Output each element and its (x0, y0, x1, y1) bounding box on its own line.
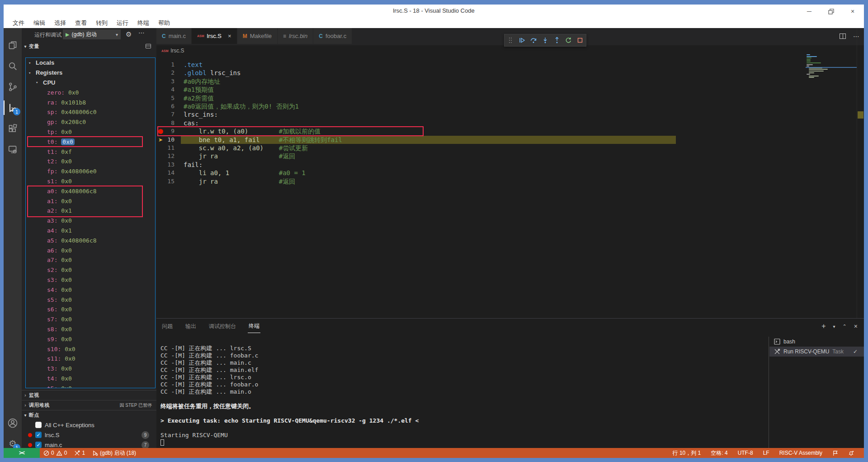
gutter-glyph[interactable] (157, 161, 164, 169)
remote-indicator[interactable]: >< (4, 448, 40, 458)
register-row-t3[interactable]: t3: 0x0 (26, 364, 155, 374)
breakpoint-row-main-c[interactable]: ✓main.c7 (22, 440, 156, 448)
overview-ruler[interactable] (857, 28, 864, 318)
variables-section-header[interactable]: ▾ 变量 (22, 41, 156, 52)
tree-node-cpu[interactable]: ▾CPU (26, 78, 155, 88)
menu-item-终端[interactable]: 终端 (133, 19, 154, 27)
breakpoint-row-lrsc-s[interactable]: ✓lrsc.S9 (22, 430, 156, 440)
register-row-s4[interactable]: s4: 0x0 (26, 285, 155, 295)
tab-lrsc-bin[interactable]: ≡lrsc.bin (278, 28, 313, 44)
menu-item-帮助[interactable]: 帮助 (154, 19, 175, 27)
maximize-panel-icon[interactable]: ⌃ (843, 324, 847, 329)
breadcrumb[interactable]: ASM lrsc.S (161, 46, 184, 55)
tree-node-locals[interactable]: ▾Locals (26, 58, 155, 68)
new-terminal-icon[interactable]: + (821, 322, 826, 330)
register-row-t5[interactable]: t5: 0x0 (26, 383, 155, 388)
gutter-glyph[interactable] (157, 86, 164, 94)
register-row-gp[interactable]: gp: 0x208c0 (26, 117, 155, 127)
gutter-glyph[interactable] (157, 169, 164, 177)
breakpoints-section-header[interactable]: ▾ 断点 (22, 410, 156, 420)
panel-tab-问题[interactable]: 问题 (161, 320, 174, 333)
gutter-glyph[interactable] (157, 69, 164, 77)
register-row-a0[interactable]: a0: 0x408006c8 (26, 186, 155, 196)
notifications-bell-icon[interactable] (844, 448, 858, 458)
menu-item-转到[interactable]: 转到 (91, 19, 112, 27)
eol-sequence[interactable]: LF (760, 448, 773, 458)
extensions-icon[interactable] (4, 119, 22, 138)
feedback-icon[interactable] (829, 448, 842, 458)
restart-button[interactable] (563, 35, 573, 45)
search-icon[interactable] (4, 57, 22, 75)
watch-section-header[interactable]: › 监视 (22, 390, 156, 400)
close-tab-icon[interactable]: × (228, 33, 231, 39)
maximize-button[interactable] (826, 6, 836, 16)
register-row-a6[interactable]: a6: 0x0 (26, 245, 155, 255)
register-row-s6[interactable]: s6: 0x0 (26, 305, 155, 314)
terminal-dropdown-icon[interactable]: ▾ (833, 324, 835, 329)
register-row-t1[interactable]: t1: 0xf (26, 147, 155, 157)
menu-item-选择[interactable]: 选择 (50, 19, 71, 27)
register-row-s8[interactable]: s8: 0x0 (26, 324, 155, 334)
breakpoint-checkbox[interactable]: ✓ (35, 432, 42, 438)
gutter-glyph[interactable] (157, 102, 164, 110)
gutter-glyph[interactable] (157, 61, 164, 69)
tasks-status[interactable]: 1 (71, 448, 89, 458)
register-row-s7[interactable]: s7: 0x0 (26, 314, 155, 324)
register-row-s2[interactable]: s2: 0x0 (26, 265, 155, 275)
register-row-a5[interactable]: a5: 0x408006c8 (26, 235, 155, 245)
menu-item-编辑[interactable]: 编辑 (29, 19, 50, 27)
split-editor-icon[interactable] (840, 33, 846, 39)
register-row-s3[interactable]: s3: 0x0 (26, 275, 155, 285)
source-control-icon[interactable] (4, 78, 22, 96)
register-row-a4[interactable]: a4: 0x1 (26, 226, 155, 236)
close-panel-icon[interactable]: × (854, 323, 858, 330)
register-row-t0[interactable]: t0: 0x0 (26, 137, 155, 147)
register-row-ra[interactable]: ra: 0x101b8 (26, 97, 155, 107)
remote-explorer-icon[interactable] (4, 140, 22, 158)
minimap[interactable] (806, 54, 857, 318)
step-out-button[interactable] (552, 35, 562, 45)
minimize-button[interactable]: ─ (804, 6, 814, 16)
language-mode[interactable]: RISC-V Assembly (776, 448, 826, 458)
menu-item-查看[interactable]: 查看 (71, 19, 91, 27)
cursor-position[interactable]: 行 10，列 1 (669, 448, 705, 458)
gutter-glyph[interactable] (157, 77, 164, 86)
continue-button[interactable] (517, 35, 527, 45)
gutter-glyph[interactable] (157, 177, 164, 186)
breakpoint-checkbox[interactable]: ✓ (35, 442, 42, 448)
register-row-s1[interactable]: s1: 0x0 (26, 176, 155, 186)
tab-foobar-c[interactable]: Cfoobar.c (313, 28, 352, 44)
panel-tab-输出[interactable]: 输出 (184, 320, 197, 333)
breakpoint-checkbox[interactable] (35, 422, 42, 428)
stop-button[interactable] (575, 35, 585, 45)
callstack-section-header[interactable]: › 调用堆栈 因 STEP 已暂停 (22, 400, 156, 410)
register-row-t4[interactable]: t4: 0x0 (26, 374, 155, 384)
menu-item-运行[interactable]: 运行 (112, 19, 133, 27)
register-row-fp[interactable]: fp: 0x408006e0 (26, 167, 155, 176)
start-debug-icon[interactable]: ▶ (66, 32, 69, 38)
run-debug-icon[interactable]: 1 (4, 99, 22, 117)
register-row-sp[interactable]: sp: 0x408006c0 (26, 107, 155, 117)
step-over-button[interactable] (528, 35, 538, 45)
tree-node-registers[interactable]: ▾Registers (26, 68, 155, 78)
launch-config-select[interactable]: ▶ (gdb) 启动 ▾ (63, 29, 121, 39)
register-row-s9[interactable]: s9: 0x0 (26, 334, 155, 344)
register-row-a2[interactable]: a2: 0x1 (26, 206, 155, 216)
register-row-a1[interactable]: a1: 0x0 (26, 196, 155, 206)
terminal-output[interactable]: CC -[M] 正在构建 ... lrsc.SCC -[M] 正在构建 ... … (160, 345, 766, 448)
problems-status[interactable]: 0 0 (40, 448, 71, 458)
register-row-s10[interactable]: s10: 0x0 (26, 344, 155, 354)
panel-tab-调试控制台[interactable]: 调试控制台 (208, 320, 237, 333)
register-row-a3[interactable]: a3: 0x0 (26, 216, 155, 226)
register-row-a7[interactable]: a7: 0x0 (26, 255, 155, 265)
debug-session-status[interactable]: (gdb) 启动 (18) (89, 448, 140, 458)
explorer-icon[interactable] (4, 36, 22, 54)
gutter-glyph[interactable] (157, 110, 164, 119)
account-icon[interactable] (4, 414, 22, 432)
indentation[interactable]: 空格: 4 (707, 448, 731, 458)
terminal-session-run-riscv-qemu[interactable]: Run RISCV-QEMUTask✓ (769, 347, 864, 357)
menu-item-文件[interactable]: 文件 (8, 19, 29, 27)
tab-main-c[interactable]: Cmain.c (156, 28, 192, 44)
terminal-session-bash[interactable]: bash (769, 337, 864, 347)
tab-Makefile[interactable]: MMakefile (237, 28, 278, 44)
